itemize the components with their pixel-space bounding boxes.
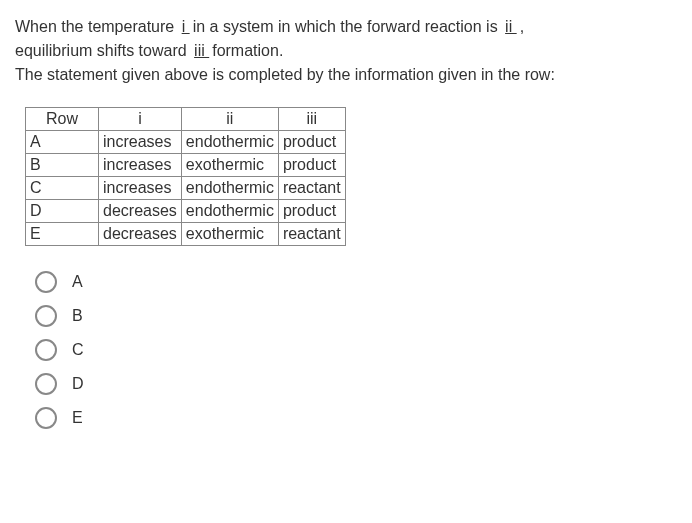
option-e[interactable]: E [35, 407, 677, 429]
row-label: D [26, 200, 99, 223]
radio-icon [35, 271, 57, 293]
header-i: i [99, 108, 182, 131]
row-ii: endothermic [181, 200, 278, 223]
row-iii: reactant [278, 223, 345, 246]
table-row: E decreases exothermic reactant [26, 223, 346, 246]
option-label: D [72, 375, 84, 393]
row-i: decreases [99, 223, 182, 246]
row-ii: exothermic [181, 223, 278, 246]
q-part1: When the temperature [15, 18, 179, 35]
row-label: A [26, 131, 99, 154]
blank-ii: ii [502, 18, 520, 35]
row-label: B [26, 154, 99, 177]
row-ii: endothermic [181, 177, 278, 200]
table-row: D decreases endothermic product [26, 200, 346, 223]
row-i: increases [99, 131, 182, 154]
option-a[interactable]: A [35, 271, 677, 293]
blank-i: i [179, 18, 193, 35]
row-label: C [26, 177, 99, 200]
radio-icon [35, 305, 57, 327]
row-i: decreases [99, 200, 182, 223]
question-text: When the temperature i in a system in wh… [15, 15, 677, 87]
blank-iii: iii [191, 42, 212, 59]
answer-table: Row i ii iii A increases endothermic pro… [25, 107, 346, 246]
row-ii: exothermic [181, 154, 278, 177]
q-part5: formation. [212, 42, 283, 59]
answer-options: A B C D E [35, 271, 677, 429]
row-label: E [26, 223, 99, 246]
option-label: A [72, 273, 83, 291]
option-b[interactable]: B [35, 305, 677, 327]
radio-icon [35, 407, 57, 429]
option-c[interactable]: C [35, 339, 677, 361]
table-row: B increases exothermic product [26, 154, 346, 177]
radio-icon [35, 373, 57, 395]
option-label: C [72, 341, 84, 359]
row-i: increases [99, 154, 182, 177]
option-label: E [72, 409, 83, 427]
header-ii: ii [181, 108, 278, 131]
row-iii: product [278, 154, 345, 177]
table-row: C increases endothermic reactant [26, 177, 346, 200]
row-iii: product [278, 131, 345, 154]
option-d[interactable]: D [35, 373, 677, 395]
header-row: Row [26, 108, 99, 131]
q-line3: The statement given above is completed b… [15, 66, 555, 83]
table-row: A increases endothermic product [26, 131, 346, 154]
header-iii: iii [278, 108, 345, 131]
row-ii: endothermic [181, 131, 278, 154]
option-label: B [72, 307, 83, 325]
row-iii: product [278, 200, 345, 223]
q-part4: equilibrium shifts toward [15, 42, 191, 59]
row-iii: reactant [278, 177, 345, 200]
radio-icon [35, 339, 57, 361]
row-i: increases [99, 177, 182, 200]
q-part3: , [520, 18, 524, 35]
q-part2: in a system in which the forward reactio… [193, 18, 502, 35]
